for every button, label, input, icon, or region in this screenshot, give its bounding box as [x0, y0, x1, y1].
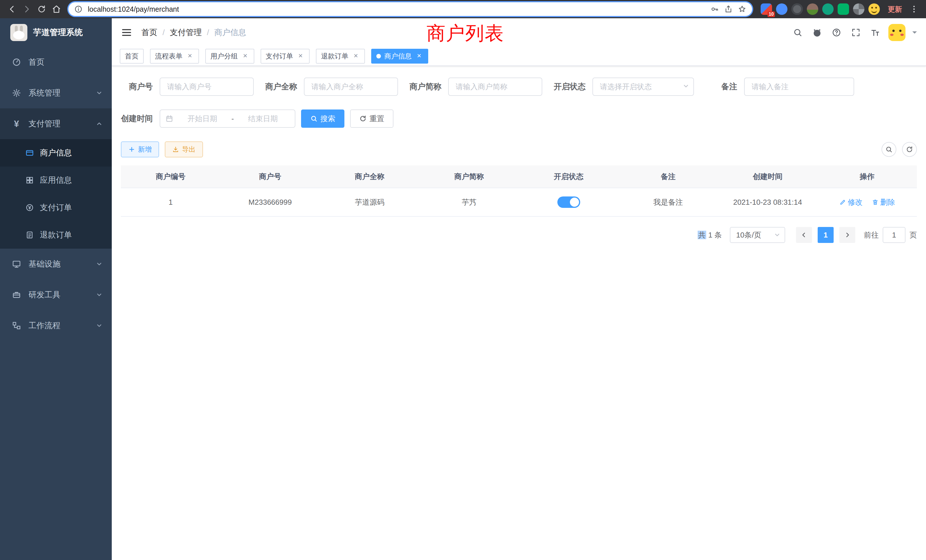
- refresh-table-button[interactable]: [902, 142, 917, 157]
- close-icon[interactable]: [352, 52, 360, 60]
- next-page-button[interactable]: [839, 227, 855, 243]
- github-button[interactable]: [811, 26, 823, 39]
- logo-image: [10, 24, 27, 41]
- prev-page-button[interactable]: [796, 227, 812, 243]
- caret-down-icon[interactable]: [912, 31, 917, 36]
- sidebar-item-home[interactable]: 首页: [0, 47, 112, 77]
- monitor-icon: [11, 259, 22, 269]
- field-short-name: 商户简称: [409, 77, 542, 96]
- tab-pay-order[interactable]: 支付订单: [260, 49, 310, 64]
- forward-button[interactable]: [20, 2, 34, 17]
- hamburger-icon: [121, 27, 132, 38]
- back-button[interactable]: [5, 2, 20, 17]
- sidebar-item-app-info[interactable]: 应用信息: [0, 166, 112, 194]
- sidebar-item-workflow[interactable]: 工作流程: [0, 310, 112, 341]
- button-label: 重置: [369, 114, 384, 124]
- page-size-select[interactable]: 10条/页: [730, 227, 785, 243]
- extension-icon[interactable]: [791, 3, 803, 15]
- help-button[interactable]: [830, 26, 843, 39]
- full-name-input[interactable]: [304, 77, 398, 96]
- extension-icon[interactable]: [807, 3, 818, 15]
- date-range-picker[interactable]: 开始日期 - 结束日期: [160, 109, 295, 128]
- key-icon[interactable]: [710, 5, 719, 14]
- goto-label: 前往: [864, 230, 879, 240]
- page-unit-label: 页: [909, 230, 917, 240]
- sidebar-item-infrastructure[interactable]: 基础设施: [0, 249, 112, 279]
- add-button[interactable]: 新增: [121, 141, 159, 157]
- delete-link[interactable]: 删除: [872, 197, 895, 207]
- star-icon[interactable]: [738, 5, 746, 14]
- status-select[interactable]: [592, 77, 694, 96]
- close-icon[interactable]: [241, 52, 249, 60]
- search-submit-button[interactable]: 搜索: [301, 109, 344, 128]
- cell-status: [519, 197, 618, 208]
- grid-icon: [25, 176, 34, 185]
- tab-home[interactable]: 首页: [120, 49, 144, 64]
- cell-no: 1: [121, 198, 220, 207]
- collapse-menu-button[interactable]: [121, 27, 132, 38]
- chevron-down-icon: [96, 89, 103, 96]
- search-form-row-1: 商户号 商户全称 商户简称 开启状态: [121, 77, 917, 96]
- search-button[interactable]: [791, 26, 804, 39]
- smiley-extension-icon[interactable]: [869, 3, 880, 15]
- fullscreen-button[interactable]: [850, 26, 862, 39]
- reload-icon: [37, 5, 46, 14]
- tab-refund-order[interactable]: 退款订单: [316, 49, 365, 64]
- toggle-search-button[interactable]: [882, 142, 896, 157]
- extension-icon[interactable]: [853, 3, 864, 15]
- button-label: 新增: [138, 145, 152, 154]
- table-row: 1 M233666999 芋道源码 芋艿 我是备注 2021-10-23 08:…: [121, 188, 917, 217]
- font-size-button[interactable]: [869, 26, 882, 39]
- tab-user-group[interactable]: 用户分组: [205, 49, 254, 64]
- extension-icon[interactable]: [838, 3, 849, 15]
- chevron-right-icon: [844, 231, 851, 239]
- close-icon[interactable]: [297, 52, 304, 60]
- info-icon[interactable]: [74, 5, 83, 14]
- edit-link[interactable]: 修改: [839, 197, 863, 207]
- navbar-actions: [791, 24, 917, 41]
- sidebar-item-pay[interactable]: 支付管理: [0, 108, 112, 139]
- home-button[interactable]: [49, 2, 64, 17]
- sidebar-item-refund-order[interactable]: 退款订单: [0, 221, 112, 249]
- app-logo[interactable]: 芋道管理系统: [0, 18, 112, 47]
- browser-menu-button[interactable]: [906, 2, 921, 17]
- status-toggle[interactable]: [557, 197, 580, 208]
- sidebar-item-dev-tools[interactable]: 研发工具: [0, 279, 112, 310]
- sidebar-item-label: 退款订单: [40, 230, 72, 241]
- tab-process-form[interactable]: 流程表单: [150, 49, 199, 64]
- export-button[interactable]: 导出: [165, 141, 203, 157]
- user-avatar[interactable]: [888, 24, 905, 41]
- pagination-total: 共 1 条: [698, 230, 722, 240]
- tab-merchant-info[interactable]: 商户信息: [371, 49, 428, 64]
- short-name-input[interactable]: [448, 77, 542, 96]
- column-header: 商户全称: [320, 172, 419, 182]
- share-icon[interactable]: [724, 5, 733, 14]
- search-icon: [310, 115, 318, 122]
- sidebar-item-label: 工作流程: [29, 320, 61, 331]
- breadcrumb-item-pay[interactable]: 支付管理: [170, 27, 202, 38]
- button-label: 搜索: [321, 114, 335, 124]
- sidebar-item-system[interactable]: 系统管理: [0, 77, 112, 108]
- reset-button[interactable]: 重置: [350, 109, 393, 128]
- tab-label: 商户信息: [384, 51, 412, 61]
- merchant-no-input[interactable]: [160, 77, 254, 96]
- column-header: 商户简称: [419, 172, 519, 182]
- sidebar-item-merchant-info[interactable]: 商户信息: [0, 139, 112, 166]
- page-number-1[interactable]: 1: [818, 227, 834, 243]
- reload-button[interactable]: [34, 2, 49, 17]
- refresh-icon: [359, 115, 367, 122]
- remark-input[interactable]: [744, 77, 854, 96]
- sidebar-item-label: 支付订单: [40, 202, 72, 213]
- goto-page-input[interactable]: [883, 227, 905, 243]
- close-icon[interactable]: [415, 52, 423, 60]
- update-button[interactable]: 更新: [888, 5, 902, 14]
- download-icon: [172, 146, 179, 153]
- close-icon[interactable]: [186, 52, 194, 60]
- breadcrumb-item-home[interactable]: 首页: [141, 27, 157, 38]
- sidebar-item-pay-order[interactable]: 支付订单: [0, 194, 112, 221]
- url-bar[interactable]: localhost:1024/pay/merchant: [68, 2, 752, 16]
- extension-icon[interactable]: [822, 3, 834, 15]
- extension-icon[interactable]: [776, 3, 787, 15]
- cell-actions: 修改 删除: [817, 197, 917, 207]
- adblock-extension-icon[interactable]: 10: [761, 3, 772, 15]
